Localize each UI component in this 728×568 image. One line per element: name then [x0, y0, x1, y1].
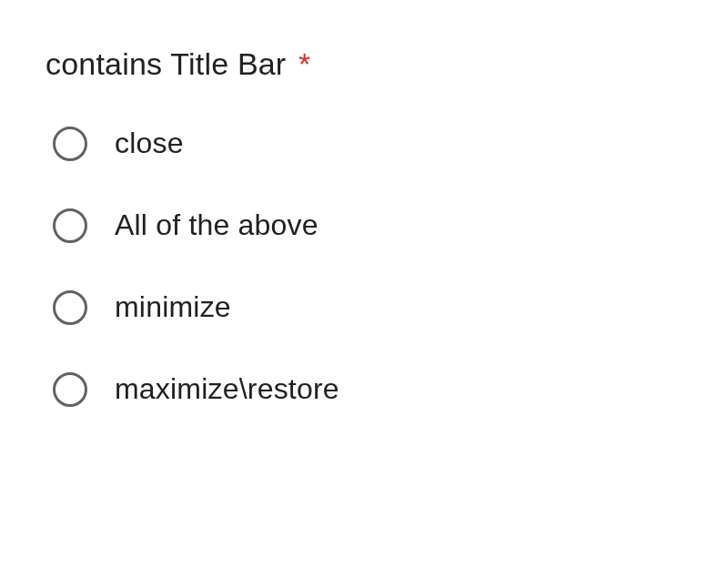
radio-option-minimize[interactable]: minimize: [53, 290, 682, 325]
radio-icon: [53, 290, 87, 325]
option-label: minimize: [115, 290, 231, 324]
question-text: contains Title Bar: [46, 46, 286, 81]
question-title: contains Title Bar *: [46, 46, 682, 83]
option-label: All of the above: [115, 208, 318, 242]
radio-icon: [53, 372, 87, 407]
radio-icon: [53, 127, 87, 161]
required-asterisk: *: [298, 46, 310, 81]
radio-option-close[interactable]: close: [53, 127, 682, 161]
radio-option-maximize-restore[interactable]: maximize\restore: [53, 372, 682, 407]
option-label: close: [115, 127, 184, 160]
radio-option-all-of-the-above[interactable]: All of the above: [53, 208, 682, 243]
question-block: contains Title Bar * close All of the ab…: [46, 46, 682, 407]
option-label: maximize\restore: [115, 372, 339, 406]
radio-icon: [53, 208, 87, 243]
options-list: close All of the above minimize maximize…: [46, 127, 682, 407]
